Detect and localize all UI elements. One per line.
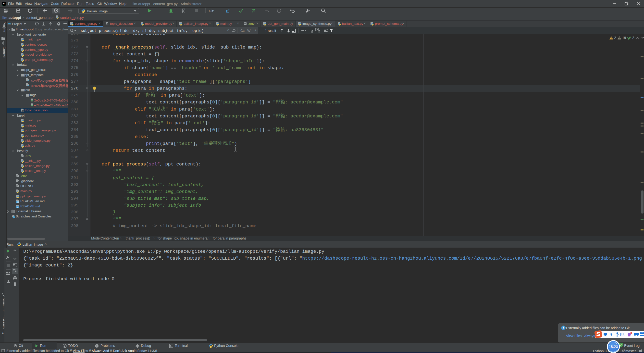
svg-text:?: ? — [27, 84, 29, 87]
svg-text:?: ? — [27, 79, 29, 82]
svg-text:MD: MD — [16, 206, 19, 208]
svg-text:MD: MD — [16, 201, 19, 203]
